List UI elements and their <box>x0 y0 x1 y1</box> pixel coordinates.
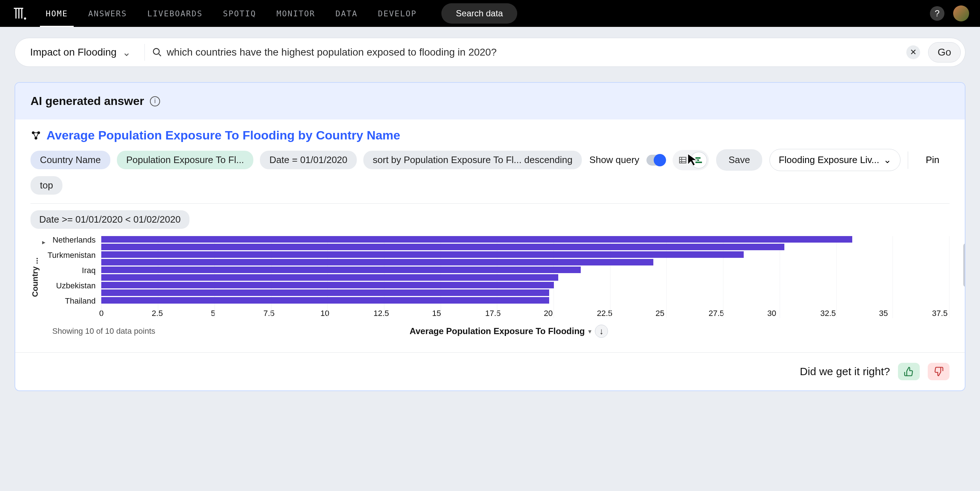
chevron-down-icon: ⌄ <box>883 155 891 166</box>
nav-items: HOME ANSWERS LIVEBOARDS SPOTIQ MONITOR D… <box>35 0 427 27</box>
query-pill[interactable]: sort by Population Exposure To Fl... des… <box>363 151 582 169</box>
y-axis-labels: Netherlands Turkmenistan Iraq Uzbekistan… <box>48 236 101 305</box>
bar[interactable] <box>101 297 549 304</box>
query-pills-row: Country Name Population Exposure To Fl..… <box>30 149 950 171</box>
nav-monitor[interactable]: MONITOR <box>266 0 326 27</box>
bar[interactable] <box>101 236 852 242</box>
search-bar: Impact on Flooding ⌄ which countries hav… <box>14 38 966 67</box>
y-label: Iraq <box>82 266 96 274</box>
nav-develop[interactable]: DEVELOP <box>368 0 427 27</box>
y-label: Turkmenistan <box>48 251 95 259</box>
nav-spotiq[interactable]: SPOTIQ <box>213 0 266 27</box>
y-label: Uzbekistan <box>56 282 96 290</box>
top-navbar: HOME ANSWERS LIVEBOARDS SPOTIQ MONITOR D… <box>0 0 980 27</box>
answer-card: AI generated answer i Average Population… <box>14 82 966 391</box>
svg-rect-8 <box>695 162 702 163</box>
app-logo[interactable] <box>11 5 28 22</box>
divider <box>30 203 950 204</box>
thumbs-down-button[interactable] <box>928 363 950 380</box>
expand-axis-icon[interactable]: ▸ <box>42 238 45 246</box>
feedback-prompt: Did we get it right? <box>800 365 890 378</box>
plot-area: 02.557.51012.51517.52022.52527.53032.535… <box>101 236 950 318</box>
liveboard-destination-dropdown[interactable]: Flooding Exposure Liv... ⌄ <box>770 149 900 171</box>
answer-title[interactable]: Average Population Exposure To Flooding … <box>46 128 400 142</box>
chart-view-button[interactable] <box>691 152 707 168</box>
svg-point-1 <box>154 49 159 54</box>
x-axis-title[interactable]: Average Population Exposure To Flooding … <box>410 325 608 338</box>
bar[interactable] <box>101 266 581 273</box>
show-query-label: Show query <box>589 155 639 166</box>
nav-liveboards[interactable]: LIVEBOARDS <box>137 0 213 27</box>
bar[interactable] <box>101 282 554 289</box>
svg-rect-7 <box>695 159 699 161</box>
svg-point-0 <box>24 18 26 20</box>
query-pill[interactable]: Country Name <box>30 151 110 169</box>
y-label: Thailand <box>65 297 95 305</box>
search-icon <box>152 47 162 57</box>
chart-scrollbar[interactable] <box>963 243 966 287</box>
bar[interactable] <box>101 244 784 250</box>
bar[interactable] <box>101 289 549 296</box>
chart: Country ... ▸ Netherlands Turkmenistan I… <box>30 236 950 318</box>
search-query-input[interactable]: which countries have the highest populat… <box>167 46 902 58</box>
bar[interactable] <box>101 274 558 281</box>
query-pill[interactable]: Population Exposure To Fl... <box>117 151 254 169</box>
query-pill[interactable]: top <box>30 176 62 194</box>
y-label: Netherlands <box>52 236 96 244</box>
nav-data[interactable]: DATA <box>325 0 368 27</box>
bars <box>101 236 950 305</box>
separator <box>145 44 145 61</box>
sort-direction-button[interactable]: ↓ <box>595 325 608 338</box>
ai-answer-label: AI generated answer <box>30 94 144 108</box>
chevron-down-icon: ⌄ <box>123 46 130 59</box>
caret-down-icon: ▾ <box>589 328 591 335</box>
save-button[interactable]: Save <box>716 149 762 171</box>
global-search-input[interactable]: Search data <box>441 3 517 24</box>
y-axis-title: Country ... <box>30 257 40 297</box>
worksheet-selector[interactable]: Impact on Flooding ⌄ <box>24 46 137 59</box>
view-mode-switch <box>673 150 709 170</box>
table-view-button[interactable] <box>675 152 691 168</box>
bar[interactable] <box>101 251 744 258</box>
worksheet-name: Impact on Flooding <box>30 46 116 58</box>
pin-button[interactable]: Pin <box>915 149 950 171</box>
go-button[interactable]: Go <box>928 42 961 62</box>
svg-rect-6 <box>695 157 700 159</box>
destination-label: Flooding Exposure Liv... <box>778 155 879 166</box>
feedback-strip: Did we get it right? <box>15 352 965 391</box>
user-avatar[interactable] <box>953 5 969 21</box>
svg-rect-5 <box>679 157 686 163</box>
nav-home[interactable]: HOME <box>35 0 78 27</box>
bar[interactable] <box>101 259 653 265</box>
clear-search-button[interactable]: ✕ <box>906 45 920 59</box>
info-icon[interactable]: i <box>150 96 160 107</box>
show-query-toggle[interactable] <box>646 155 665 166</box>
filter-chip[interactable]: Date >= 01/01/2020 < 01/02/2020 <box>30 210 189 229</box>
thumbs-up-button[interactable] <box>898 363 920 380</box>
answer-type-icon <box>30 130 41 141</box>
nav-answers[interactable]: ANSWERS <box>78 0 137 27</box>
card-header: AI generated answer i <box>15 83 965 120</box>
help-icon[interactable]: ? <box>930 6 945 21</box>
separator <box>908 151 908 169</box>
query-pill[interactable]: Date = 01/01/2020 <box>260 151 357 169</box>
data-point-count: Showing 10 of 10 data points <box>52 327 155 336</box>
